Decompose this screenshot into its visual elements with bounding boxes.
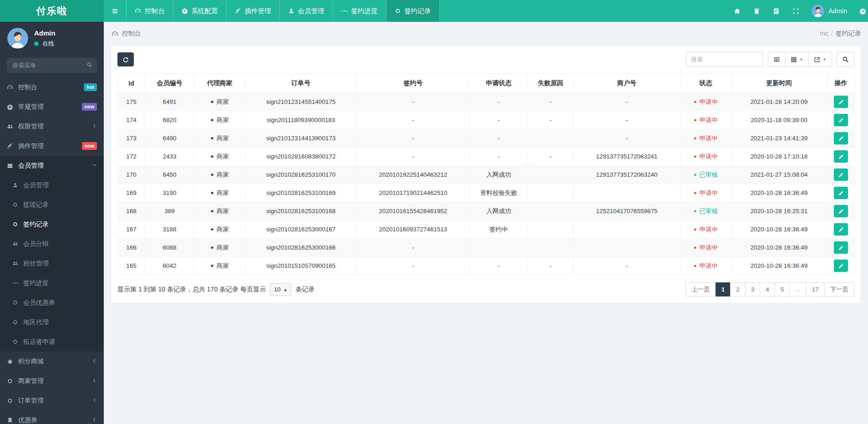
sidebar-subitem[interactable]: 会员分组 bbox=[0, 234, 104, 254]
refresh-icon bbox=[122, 56, 129, 63]
cell-id: 170 bbox=[118, 166, 145, 184]
nav-tab[interactable]: 签约记录 bbox=[386, 0, 440, 22]
search-icon bbox=[86, 62, 92, 68]
status-badge: 申请中 bbox=[700, 117, 718, 123]
pagination-page[interactable]: 17 bbox=[806, 282, 824, 296]
cell-agent: ●商家 bbox=[194, 184, 245, 202]
pencil-icon bbox=[838, 154, 844, 159]
status-badge: 申请中 bbox=[700, 135, 718, 142]
sidebar-item[interactable]: 积分商城 bbox=[0, 352, 104, 371]
edit-button[interactable] bbox=[834, 96, 848, 108]
sidebar-subitem[interactable]: 会员管理 bbox=[0, 175, 104, 195]
cell-sign-no: 20201016093727461513 bbox=[357, 220, 470, 239]
pencil-icon bbox=[838, 263, 844, 269]
nav-tab[interactable]: 签约进度 bbox=[333, 0, 386, 22]
table-card: Id会员编号代理商家订单号签约号申请状态失败原因商户号状态更新时间操作 1756… bbox=[111, 45, 861, 303]
home-button[interactable] bbox=[727, 0, 747, 22]
pagination-page[interactable]: 3 bbox=[745, 282, 761, 296]
pencil-icon bbox=[838, 245, 844, 250]
pagination-page[interactable]: 5 bbox=[775, 282, 790, 296]
table-search-input[interactable] bbox=[686, 52, 763, 67]
edit-button[interactable] bbox=[834, 187, 848, 199]
pagination-next[interactable]: 下一页 bbox=[824, 282, 855, 296]
sidebar-search bbox=[7, 58, 97, 73]
cell-operations bbox=[827, 184, 855, 202]
search-button[interactable] bbox=[837, 52, 854, 67]
expand-icon bbox=[792, 8, 799, 15]
sidebar-subitem[interactable]: 粉丝管理 bbox=[0, 254, 104, 273]
cell-agent: ●商家 bbox=[194, 166, 245, 184]
user-status-label: 在线 bbox=[42, 40, 54, 48]
pagination-page[interactable]: 4 bbox=[760, 282, 775, 296]
breadcrumb: 控制台 mc/签约记录 bbox=[104, 22, 868, 45]
sidebar-subitem[interactable]: 签约记录 bbox=[0, 215, 104, 234]
user-menu[interactable]: Admin bbox=[806, 5, 853, 17]
menu-search-input[interactable] bbox=[7, 58, 97, 73]
sidebar-item[interactable]: 优惠券 bbox=[0, 410, 104, 424]
trash-button[interactable] bbox=[747, 0, 766, 22]
edit-button[interactable] bbox=[834, 132, 848, 144]
agent-label: 商家 bbox=[217, 189, 229, 196]
cell-operations bbox=[827, 93, 855, 111]
edit-button[interactable] bbox=[834, 260, 848, 272]
sidebar-subitem-label: 地区代理 bbox=[23, 318, 49, 327]
sidebar-subitem[interactable]: 地区代理 bbox=[0, 312, 104, 332]
nav-tab[interactable]: 系统配置 bbox=[173, 0, 227, 22]
menu-group: 控制台hot bbox=[0, 77, 104, 97]
sidebar-item[interactable]: 订单管理 bbox=[0, 391, 104, 410]
sidebar-item[interactable]: 常规管理new bbox=[0, 97, 104, 117]
pagination-page[interactable]: 1 bbox=[716, 282, 731, 296]
nav-tab-label: 签约进度 bbox=[351, 7, 378, 15]
edit-button[interactable] bbox=[834, 150, 848, 163]
summary-text: 显示第 1 到第 10 条记录，总共 170 条记录 每页显示 bbox=[117, 286, 266, 294]
sidebar-subitem[interactable]: 提现记录 bbox=[0, 195, 104, 215]
page-size-select[interactable]: 10 ▲ bbox=[270, 283, 291, 296]
cell-updated: 2020-10-28 17:10:18 bbox=[731, 148, 827, 166]
settings-button[interactable] bbox=[853, 0, 868, 22]
refresh-button[interactable] bbox=[117, 52, 134, 66]
edit-button[interactable] bbox=[834, 114, 848, 126]
edit-button[interactable] bbox=[834, 223, 848, 235]
sidebar-item[interactable]: 商家管理 bbox=[0, 371, 104, 391]
records-table: Id会员编号代理商家订单号签约号申请状态失败原因商户号状态更新时间操作 1756… bbox=[117, 73, 855, 275]
ellipsis-icon bbox=[12, 280, 23, 286]
edit-button[interactable] bbox=[834, 205, 848, 217]
export-button[interactable] bbox=[808, 52, 832, 67]
pagination-page[interactable]: 2 bbox=[730, 282, 746, 296]
nav-tab[interactable]: 控制台 bbox=[127, 0, 173, 22]
edit-button[interactable] bbox=[834, 241, 848, 254]
cell-agent: ●商家 bbox=[194, 202, 245, 220]
sidebar-item[interactable]: 会员管理 bbox=[0, 156, 104, 175]
nav-tab[interactable]: 插件管理 bbox=[227, 0, 280, 22]
pencil-icon bbox=[838, 99, 844, 105]
pagination-ellipsis: ... bbox=[789, 282, 806, 296]
cell-operations bbox=[827, 129, 855, 148]
menu-group: 优惠券 bbox=[0, 410, 104, 424]
status-badge: 申请中 bbox=[700, 244, 718, 251]
table-toolbar bbox=[117, 52, 854, 67]
expand-button[interactable] bbox=[786, 0, 806, 22]
nav-tab[interactable]: 会员管理 bbox=[280, 0, 333, 22]
sidebar-subitem[interactable]: 拓店者申请 bbox=[0, 332, 104, 352]
breadcrumb-dashboard-link[interactable]: 控制台 bbox=[112, 30, 141, 38]
cell-operations bbox=[827, 239, 855, 257]
log-button[interactable] bbox=[766, 0, 786, 22]
cell-sign-no: 20201016155428461952 bbox=[357, 202, 470, 220]
table-row: 1673188●商家sign20102816253000167202010160… bbox=[118, 220, 855, 239]
pencil-icon bbox=[838, 209, 844, 214]
sidebar-subitem[interactable]: 会员优惠券 bbox=[0, 293, 104, 312]
sidebar-item[interactable]: 插件管理new bbox=[0, 136, 104, 156]
edit-button[interactable] bbox=[834, 169, 848, 181]
pagination-prev[interactable]: 上一页 bbox=[685, 282, 716, 296]
rocket-icon bbox=[235, 8, 241, 14]
sidebar-subitem[interactable]: 签约进度 bbox=[0, 273, 104, 293]
columns-button[interactable] bbox=[785, 52, 809, 67]
table-row: 1656042●商家sign20101510570900165----●申请中2… bbox=[118, 257, 855, 275]
agent-label: 商家 bbox=[217, 244, 229, 251]
sidebar-item[interactable]: 权限管理 bbox=[0, 117, 104, 136]
detail-view-button[interactable] bbox=[768, 52, 786, 67]
sidebar-item[interactable]: 控制台hot bbox=[0, 77, 104, 97]
cell-id: 175 bbox=[118, 93, 145, 111]
main-content: 控制台 mc/签约记录 bbox=[104, 22, 868, 424]
sidebar-toggle-button[interactable] bbox=[104, 0, 127, 22]
